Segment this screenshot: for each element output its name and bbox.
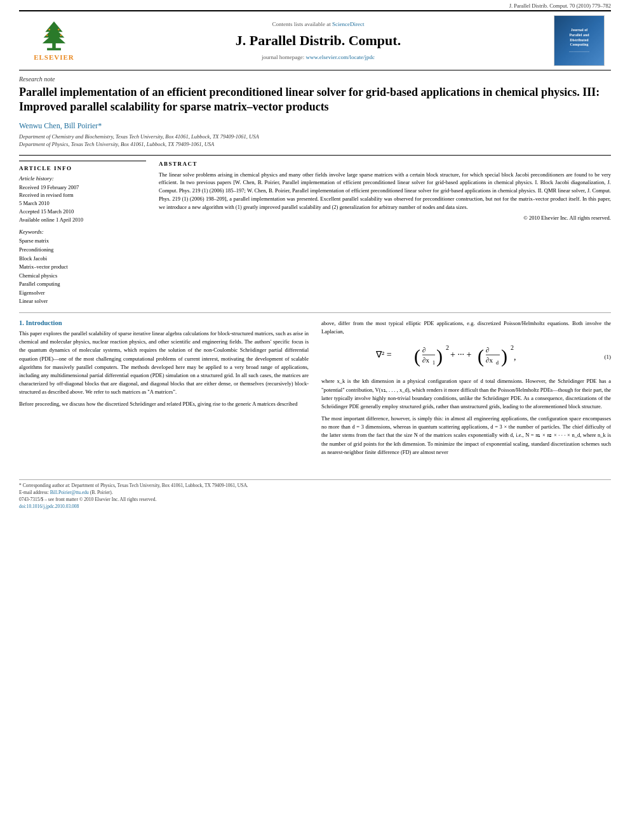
keyword-7: Eigensolver <box>19 289 146 298</box>
page-footer: * Corresponding author at: Department of… <box>19 479 611 509</box>
section-divider <box>19 312 611 313</box>
header-center: Contents lists available at ScienceDirec… <box>89 15 547 66</box>
journal-cover-image: Journal of Parallel and Distributed Comp… <box>554 15 605 66</box>
svg-text:): ) <box>501 345 507 367</box>
sciencedirect-link[interactable]: ScienceDirect <box>332 21 364 27</box>
abstract-text: The linear solve problems arising in che… <box>159 171 611 211</box>
formula-number: (1) <box>602 354 612 360</box>
elsevier-brand-text: ELSEVIER <box>34 53 74 61</box>
svg-text:2: 2 <box>446 344 449 351</box>
history-received: Received 19 February 2007 <box>19 183 146 192</box>
article-info-title: ARTICLE INFO <box>19 165 146 171</box>
formula-block: ∇² = ( ∂ ∂x 1 ) 2 <box>321 341 611 372</box>
footer-doi: doi:10.1016/j.jpdc.2010.03.008 <box>19 503 611 509</box>
svg-text:∇² =: ∇² = <box>375 350 392 359</box>
history-revised-date: 5 March 2010 <box>19 199 146 208</box>
keyword-3: Block Jacobi <box>19 255 146 263</box>
svg-text:∂x: ∂x <box>486 356 493 364</box>
cover-decoration: ───────── <box>569 50 589 53</box>
journal-citation: J. Parallel Distrib. Comput. 70 (2010) 7… <box>0 1 630 10</box>
svg-point-7 <box>46 34 48 36</box>
svg-text:(: ( <box>414 345 420 367</box>
keyword-2: Preconditioning <box>19 246 146 255</box>
article-history-label: Article history: <box>19 175 146 182</box>
homepage-line: journal homepage: www.elsevier.com/locat… <box>262 54 375 60</box>
body-col-left: 1. Introduction This paper explores the … <box>19 319 309 460</box>
elsevier-logo: ELSEVIER <box>34 20 74 61</box>
contents-available-text: Contents lists available at ScienceDirec… <box>272 21 365 27</box>
affiliation-2: Department of Physics, Texas Tech Univer… <box>19 141 611 149</box>
cover-text: Journal of Parallel and Distributed Comp… <box>569 28 589 48</box>
svg-text:1: 1 <box>432 360 435 366</box>
footer-issn: 0743-7315/$ – see front matter © 2010 El… <box>19 497 611 502</box>
svg-text:2: 2 <box>511 344 514 351</box>
affiliation-1: Department of Chemistry and Biochemistry… <box>19 133 611 141</box>
svg-text:∂x: ∂x <box>422 356 429 364</box>
footer-email-link[interactable]: Bill.Poirier@ttu.edu <box>50 490 89 495</box>
laplacian-formula-svg: ∇² = ( ∂ ∂x 1 ) 2 <box>373 341 551 370</box>
section1-right-para2: where x_k is the kth dimension in a phys… <box>321 377 611 411</box>
keyword-6: Parallel computing <box>19 280 146 289</box>
page: J. Parallel Distrib. Comput. 70 (2010) 7… <box>0 1 630 840</box>
col-left-divider <box>19 161 146 161</box>
affiliations: Department of Chemistry and Biochemistry… <box>19 133 611 149</box>
svg-rect-1 <box>47 48 61 51</box>
svg-text:+ ··· +: + ··· + <box>450 350 471 359</box>
footer-email-line: E-mail address: Bill.Poirier@ttu.edu (B.… <box>19 490 611 495</box>
elsevier-tree-icon <box>35 20 73 52</box>
keyword-1: Sparse matrix <box>19 237 146 246</box>
footer-doi-link[interactable]: doi:10.1016/j.jpdc.2010.03.008 <box>19 503 79 509</box>
abstract-title: ABSTRACT <box>159 161 611 167</box>
svg-text:∂: ∂ <box>422 346 426 354</box>
body-col-right: above, differ from the most typical elli… <box>321 319 611 460</box>
research-note-label: Research note <box>19 76 611 83</box>
article-info-col: ARTICLE INFO Article history: Received 1… <box>19 161 146 307</box>
history-revised-label: Received in revised form <box>19 191 146 199</box>
svg-point-6 <box>58 29 60 30</box>
journal-header: ELSEVIER Contents lists available at Sci… <box>19 10 611 70</box>
body-content: 1. Introduction This paper explores the … <box>19 319 611 460</box>
keyword-5: Chemical physics <box>19 272 146 281</box>
paper-title: Parallel implementation of an efficient … <box>19 85 611 115</box>
footer-corresponding-author: * Corresponding author at: Department of… <box>19 483 611 488</box>
section1-right-para3: The most important difference, however, … <box>321 415 611 457</box>
section1-right-para1: above, differ from the most typical elli… <box>321 319 611 336</box>
svg-point-5 <box>48 29 50 30</box>
svg-text:): ) <box>436 345 443 367</box>
svg-text:,: , <box>514 352 516 362</box>
journal-cover-section: Journal of Parallel and Distributed Comp… <box>547 15 611 66</box>
history-accepted: Accepted 15 March 2010 <box>19 208 146 216</box>
svg-point-8 <box>60 34 62 36</box>
journal-title-header: J. Parallel Distrib. Comput. <box>236 32 401 49</box>
homepage-link[interactable]: www.elsevier.com/locate/jpdc <box>306 54 375 60</box>
svg-text:d: d <box>496 360 499 366</box>
copyright-line: © 2010 Elsevier Inc. All rights reserved… <box>159 215 611 221</box>
keyword-4: Matrix–vector product <box>19 263 146 272</box>
svg-marker-4 <box>43 33 65 43</box>
svg-text:∂: ∂ <box>486 346 489 354</box>
section1-heading: 1. Introduction <box>19 319 309 326</box>
section1-para1: This paper explores the parallel scalabi… <box>19 330 309 396</box>
article-info-abstract-section: ARTICLE INFO Article history: Received 1… <box>19 155 611 307</box>
formula-content: ∇² = ( ∂ ∂x 1 ) 2 <box>321 341 602 372</box>
abstract-col: ABSTRACT The linear solve problems arisi… <box>159 161 611 307</box>
authors-line: Wenwu Chen, Bill Poirier* <box>19 121 611 131</box>
keyword-8: Linear solver <box>19 297 146 306</box>
svg-text:(: ( <box>478 345 484 367</box>
history-online: Available online 1 April 2010 <box>19 216 146 224</box>
section1-para2: Before proceeding, we discuss how the di… <box>19 400 309 408</box>
main-content: Research note Parallel implementation of… <box>0 70 630 473</box>
keywords-label: Keywords: <box>19 229 146 235</box>
elsevier-logo-section: ELSEVIER <box>19 15 89 66</box>
